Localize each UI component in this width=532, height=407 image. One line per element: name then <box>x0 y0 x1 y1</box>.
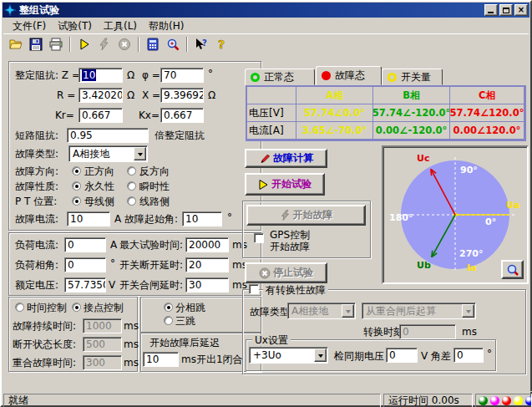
floppy-icon <box>29 38 43 51</box>
load-angle-input[interactable]: 0 <box>64 257 106 272</box>
menu-file[interactable]: 文件(F) <box>7 18 52 34</box>
open-delay-input[interactable]: 20 <box>185 257 229 272</box>
stop-test-main-button: 停止试验 <box>245 262 327 283</box>
convert-moment-input: 0 <box>399 324 456 339</box>
radio-three-trip[interactable] <box>164 316 173 325</box>
kr-input[interactable]: 0.667 <box>79 108 123 123</box>
radio-transient[interactable] <box>127 181 136 191</box>
status-message: 就绪 <box>3 394 381 407</box>
angle-diff-input[interactable]: 0 <box>453 348 484 363</box>
print-button[interactable] <box>46 35 66 53</box>
help-button[interactable]: ? <box>211 35 231 53</box>
z-unit: Ω <box>127 69 134 81</box>
phi-input[interactable]: 70 <box>160 68 204 83</box>
menu-tools[interactable]: 工具(L) <box>98 18 143 34</box>
load-current-label: 负荷电流: <box>15 239 58 251</box>
minimize-icon <box>488 12 494 13</box>
chevron-down-icon[interactable] <box>134 147 146 160</box>
green-circle-icon <box>251 73 260 82</box>
radio-phase-trip[interactable] <box>164 303 173 312</box>
zoom-button[interactable] <box>163 35 183 53</box>
cell-ia: 3.65∠-70.0° <box>296 122 373 140</box>
chevron-down-icon[interactable] <box>314 348 327 362</box>
play-icon <box>258 179 269 191</box>
sync-voltage-label: 检同期电压 <box>334 350 384 362</box>
magnifier-icon <box>166 38 180 51</box>
tab-normal-state[interactable]: 正常态 <box>245 69 315 85</box>
menu-help[interactable]: 帮助(H) <box>143 18 190 34</box>
sync-voltage-input[interactable]: 0 <box>386 348 418 363</box>
tab-label: 开关量 <box>401 70 431 84</box>
phasor-zoom-button[interactable] <box>501 260 524 279</box>
convert-moment-unit: ms <box>462 326 477 338</box>
fault-duration-input: 1000 <box>83 318 122 333</box>
app-window: 整组试验 × 文件(F) 试验(T) 工具(L) 帮助(H) ? ? 整定阻抗:… <box>0 0 532 407</box>
delay-title: 开始故障后延迟 <box>149 337 220 348</box>
status-led-icon <box>525 396 532 405</box>
context-help-button[interactable]: ? <box>191 35 211 53</box>
gps-checkbox[interactable] <box>254 233 264 243</box>
window-title: 整组试验 <box>19 3 59 18</box>
tab-switch-state[interactable]: 开关量 <box>382 69 443 85</box>
status-led-icon <box>514 396 523 405</box>
uc-vector-label: Uc <box>417 154 429 164</box>
load-current-input[interactable]: 0 <box>64 237 106 252</box>
rated-voltage-input[interactable]: 57.7350 <box>64 277 106 293</box>
load-current-unit: A <box>110 239 117 251</box>
x-input[interactable]: 9.39692 <box>160 88 204 103</box>
titlebar: 整组试验 × <box>3 3 529 18</box>
lightning-icon <box>280 210 291 221</box>
minimize-button[interactable] <box>484 4 498 16</box>
radio-reverse[interactable] <box>127 166 136 176</box>
maximize-button[interactable] <box>499 4 513 16</box>
open-state-input: 500 <box>83 337 122 352</box>
open-file-button[interactable] <box>6 35 26 53</box>
fault-duration-unit: ms <box>124 320 139 332</box>
kx-input[interactable]: 0.667 <box>160 108 204 123</box>
start-test-main-button[interactable]: 开始试验 <box>245 173 325 196</box>
radio-bus-side[interactable] <box>72 196 81 206</box>
radio-forward[interactable] <box>72 166 81 176</box>
r-input[interactable]: 3.42020 <box>79 88 123 103</box>
fault-calc-button[interactable]: 故障计算 <box>245 149 327 168</box>
phase-table: A相 B相 C相 电压[V] 57.74∠0.0° 57.74∠-120.0° … <box>246 85 526 141</box>
fault-current-input[interactable]: 10 <box>67 211 110 226</box>
stop-test-button <box>114 35 134 53</box>
delay-input[interactable]: 10 <box>143 352 179 367</box>
close-button[interactable]: × <box>514 4 528 16</box>
radio-time-control-label: 时间控制 <box>27 302 67 313</box>
toolbar-separator <box>186 37 188 52</box>
calculator-button[interactable] <box>143 35 163 53</box>
radio-line-side[interactable] <box>127 196 136 206</box>
convert-fault-checkbox[interactable] <box>249 284 259 294</box>
app-icon[interactable] <box>4 4 16 16</box>
help-arrow-icon: ? <box>195 38 208 51</box>
start-test-button[interactable] <box>74 35 94 53</box>
short-impedance-input[interactable]: 0.95 <box>67 128 149 143</box>
reclose-time-label: 重合故障时间: <box>13 357 76 369</box>
radio-time-control[interactable] <box>15 303 24 312</box>
svg-text:?: ? <box>202 38 207 48</box>
open-folder-icon <box>9 38 23 51</box>
radio-contact-control[interactable] <box>72 303 81 312</box>
start-fault-button <box>94 35 114 53</box>
red-circle-icon <box>322 71 331 80</box>
yellow-circle-icon <box>388 73 397 82</box>
radio-permanent[interactable] <box>72 181 81 191</box>
toolbar-separator <box>138 37 139 52</box>
phasor-panel: 90° 180° 270° 0° Ua Uc Ub Ia <box>382 145 529 284</box>
fault-type-select[interactable]: A相接地 <box>68 145 148 162</box>
ux-group-title: Ux设置 <box>252 334 291 346</box>
close-delay-input[interactable]: 30 <box>185 277 229 293</box>
convert-fault-title: 有转换性故障 <box>263 284 328 296</box>
menu-test[interactable]: 试验(T) <box>52 18 98 34</box>
fault-angle-input[interactable]: 10 <box>182 211 222 226</box>
ia-vector-label: Ia <box>467 263 477 273</box>
radio-three-trip-label: 三跳 <box>175 315 195 327</box>
save-button[interactable] <box>26 35 46 53</box>
tab-fault-state[interactable]: 故障态 <box>316 66 382 85</box>
fault-angle-label: 故障起始角: <box>124 213 178 225</box>
z-input[interactable]: 10 <box>79 68 123 83</box>
ux-select[interactable]: +3Uo <box>249 347 328 364</box>
max-time-input[interactable]: 20000 <box>185 237 229 252</box>
